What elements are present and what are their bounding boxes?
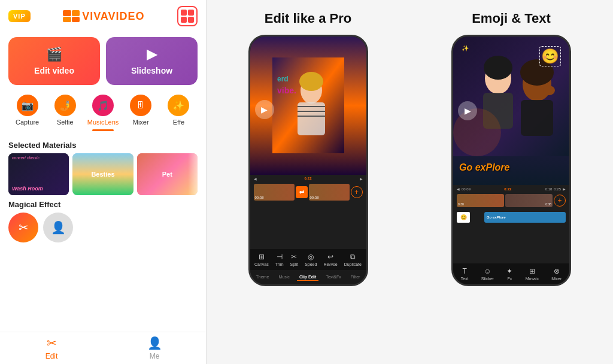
toolbar-revvse[interactable]: ↩ Revvse xyxy=(323,253,337,266)
right-seg-2[interactable]: 0:38 xyxy=(505,194,553,207)
svg-text:vibe.: vibe. xyxy=(277,86,296,95)
emoji-track-icon[interactable]: 😊 xyxy=(457,212,470,223)
thumb-subtext: concert classic xyxy=(12,156,40,160)
material-thumb-1[interactable]: Wash Room concert classic xyxy=(8,153,69,195)
camera-icon: 📷 xyxy=(17,95,38,116)
selfie-label: Selfie xyxy=(57,119,74,126)
scissors-icon: ✂ xyxy=(8,213,38,242)
magical-item-edit[interactable]: ✂ xyxy=(8,213,38,332)
main-buttons: 🎬 Edit video ▶ Slideshow xyxy=(0,32,206,90)
right-time-nav-left: ◀ xyxy=(457,187,460,191)
filter-icon: 👤 xyxy=(43,213,73,242)
me-nav-label: Me xyxy=(150,352,160,360)
toolbar-text[interactable]: T Text xyxy=(461,267,469,281)
split-label: Split xyxy=(290,262,299,266)
video-preview: erd vibe. ▶ xyxy=(250,37,366,175)
toolbar-mixer[interactable]: ⊗ Mixer xyxy=(551,267,562,281)
text-track-seg[interactable]: Go exPlore xyxy=(484,212,566,223)
track-seg-2[interactable]: 00:38 xyxy=(309,184,350,201)
mixer-label: Mixer xyxy=(133,119,149,126)
tab-filter[interactable]: Filter xyxy=(348,274,363,281)
canvas-label: Canvas xyxy=(254,262,269,266)
right-play-button[interactable]: ▶ xyxy=(458,101,477,120)
toolbar-mosaic[interactable]: ⊞ Mosaic xyxy=(526,267,539,281)
svg-rect-2 xyxy=(63,17,71,22)
time-start: ◀ xyxy=(254,177,257,181)
sidebar-item-capture[interactable]: 📷 Capture xyxy=(8,95,46,131)
right-seg-time-1: 0:38 xyxy=(458,202,464,206)
toolbar-fx[interactable]: ✦ Fx xyxy=(506,267,512,281)
tab-textfx[interactable]: Text&Fx xyxy=(323,274,343,281)
play-button[interactable]: ▶ xyxy=(255,100,274,119)
toolbar-speed[interactable]: ◎ Speed xyxy=(305,253,317,266)
tab-music[interactable]: Music xyxy=(276,274,292,281)
emoji-sticker[interactable]: 😊 xyxy=(541,48,559,65)
svg-rect-1 xyxy=(72,10,80,16)
women-silhouette: 😊 ✨ Go exPlore ▶ xyxy=(453,37,569,185)
track-seg-1[interactable]: 00:38 xyxy=(254,184,295,201)
video-track: 0:38 0:38 + xyxy=(453,193,569,208)
tab-clipedit[interactable]: Clip Edit xyxy=(297,274,318,281)
middle-title: Edit like a Pro xyxy=(265,11,352,26)
nav-edit[interactable]: ✂ Edit xyxy=(0,336,103,360)
music-icon: 🎵 xyxy=(92,95,114,116)
slideshow-label: Slideshow xyxy=(131,66,172,75)
thumb-text-3: Pet xyxy=(162,171,172,178)
svg-text:erd: erd xyxy=(277,75,289,83)
svg-rect-9 xyxy=(298,102,325,135)
toolbar-split[interactable]: ✂ Split xyxy=(290,253,299,266)
magical-container: ✂ 👤 xyxy=(0,213,206,332)
time-end: ▶ xyxy=(360,177,363,181)
material-thumb-2[interactable]: Besties xyxy=(72,153,133,195)
transition-icon[interactable]: ⇄ xyxy=(296,186,308,198)
sidebar-item-mixer[interactable]: 🎚 Mixer xyxy=(122,95,160,131)
slideshow-button[interactable]: ▶ Slideshow xyxy=(106,37,198,85)
mixer-label: Mixer xyxy=(551,277,562,281)
right-seg-1[interactable]: 0:38 xyxy=(457,194,504,207)
magical-title: Magical Effect xyxy=(0,195,206,213)
vip-badge[interactable]: VIP xyxy=(8,10,31,22)
sidebar-item-musiclens[interactable]: 🎵 MusicLens xyxy=(84,95,122,131)
text-track-label: Go exPlore xyxy=(487,216,506,219)
svg-rect-19 xyxy=(521,100,553,136)
edit-nav-label: Edit xyxy=(45,352,58,360)
sidebar-item-selfie[interactable]: 🤳 Selfie xyxy=(46,95,84,131)
selfie-icon: 🤳 xyxy=(54,95,76,116)
svg-point-15 xyxy=(484,56,512,80)
tab-theme[interactable]: Theme xyxy=(254,274,272,281)
mixer-icon: 🎚 xyxy=(130,95,151,116)
magical-item-filter[interactable]: 👤 xyxy=(43,213,73,332)
me-nav-icon: 👤 xyxy=(147,336,162,350)
mosaic-label: Mosaic xyxy=(526,277,539,281)
right-video-preview: 😊 ✨ Go exPlore ▶ xyxy=(453,37,569,185)
svg-rect-0 xyxy=(63,10,71,16)
capture-label: Capture xyxy=(16,119,39,126)
add-segment-button[interactable]: + xyxy=(351,186,363,198)
sidebar-item-effect[interactable]: ✨ Effe xyxy=(160,95,198,131)
time-current: 0:22 xyxy=(259,177,358,180)
right-timeline-area: ◀ 00:09 0:22 0:18 0:25 ▶ 0:38 0:38 + 😊 xyxy=(453,185,569,263)
timeline-track: 00:38 ⇄ 00:38 + xyxy=(250,183,366,202)
effect-label: Effe xyxy=(173,119,184,126)
app-header: VIP VIVAVIDEO xyxy=(0,0,206,32)
nav-me[interactable]: 👤 Me xyxy=(103,336,206,360)
svg-rect-3 xyxy=(72,17,80,22)
toolbar-trim[interactable]: ⊣ Trim xyxy=(275,253,284,266)
split-icon: ✂ xyxy=(291,253,297,261)
middle-phone-mockup: erd vibe. ▶ xyxy=(248,35,368,286)
left-panel: VIP VIVAVIDEO 🎬 Edit video xyxy=(0,0,207,364)
grid-icon[interactable] xyxy=(177,6,198,26)
edit-video-button[interactable]: 🎬 Edit video xyxy=(8,37,100,85)
emoji-track: 😊 Go exPlore xyxy=(453,210,569,225)
right-add-button[interactable]: + xyxy=(554,195,566,207)
toolbar-canvas[interactable]: ⊞ Canvas xyxy=(254,253,269,266)
right-phone-mockup: 😊 ✨ Go exPlore ▶ ◀ 00:09 0:22 0:18 0:25 … xyxy=(451,35,571,286)
toolbar-sticker[interactable]: ☺ Sticker xyxy=(481,267,494,281)
canvas-icon: ⊞ xyxy=(259,253,265,261)
logo-text: VIVAVIDEO xyxy=(82,10,144,23)
revvse-label: Revvse xyxy=(323,262,337,266)
right-panel: Emoji & Text xyxy=(409,0,613,364)
fx-icon: ✦ xyxy=(506,267,512,275)
toolbar-duplicate[interactable]: ⧉ Duplicate xyxy=(344,253,362,266)
sticker-label: Sticker xyxy=(481,277,494,281)
